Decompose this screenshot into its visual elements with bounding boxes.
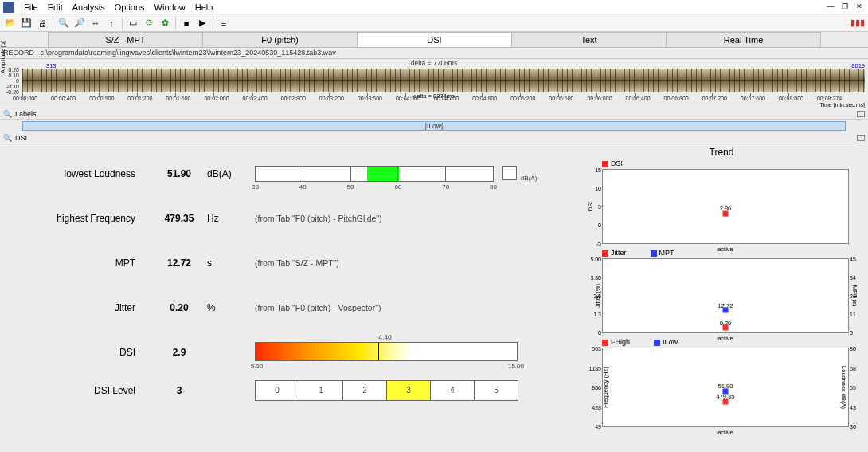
- loudness-unit: dB(A): [521, 175, 537, 182]
- zoom-in-button[interactable]: 🔍: [57, 16, 71, 30]
- x-axis-label: active: [603, 246, 848, 253]
- separator-icon: [175, 17, 176, 29]
- magnifier-icon[interactable]: 🔍: [3, 134, 12, 142]
- y-axis-label-left: DSI: [587, 202, 594, 212]
- x-axis-label: active: [603, 429, 848, 436]
- zoom-vert-button[interactable]: ↕: [104, 16, 119, 30]
- time-tick-label: 00:04:000: [396, 96, 420, 101]
- waveform-panel: Amplitude [q] 0.20 0.10 0 -0.10 -0.20 31…: [0, 67, 868, 108]
- parameter-pane: lowest Loudness 51.90 dB(A) 30 40 50 60 …: [0, 143, 581, 452]
- level-box-4[interactable]: 4: [430, 380, 475, 401]
- list-button[interactable]: ≡: [217, 16, 231, 30]
- tick: 60: [394, 183, 401, 191]
- tab-realtime[interactable]: Real Time: [666, 32, 821, 47]
- menu-help[interactable]: Help: [190, 2, 218, 13]
- section-header-dsi: 🔍 DSI: [0, 132, 868, 143]
- zoom-out-button[interactable]: 🔎: [72, 16, 87, 30]
- gear-button[interactable]: ✿: [158, 16, 172, 30]
- y-tick-right: 30: [850, 424, 856, 430]
- param-note: (from Tab "F0 (pitch) - Vospector"): [255, 303, 573, 312]
- dsi-marker-label: 4.40: [378, 333, 392, 341]
- label-segment-ilow[interactable]: |ILow|: [22, 121, 846, 131]
- tabs: S/Z - MPT F0 (pitch) DSI Text Real Time: [0, 32, 868, 48]
- y-tick-left: 0: [598, 222, 601, 228]
- stop-button[interactable]: ■: [179, 16, 194, 30]
- y-tick-left: 428: [592, 404, 601, 410]
- param-unit: dB(A): [207, 168, 255, 179]
- y-tick-left: 563: [592, 346, 601, 352]
- param-value: 0.20: [151, 302, 207, 313]
- legend-swatch-icon: [602, 161, 608, 167]
- y-tick-left: 1.3: [593, 312, 601, 317]
- refresh-button[interactable]: ⟳: [142, 16, 156, 30]
- section-header-labels: 🔍 Labels: [0, 108, 868, 120]
- loudness-bar: [255, 166, 494, 182]
- menu-options[interactable]: Options: [110, 2, 150, 13]
- tab-dsi[interactable]: DSI: [357, 32, 512, 47]
- open-button[interactable]: 📂: [3, 16, 18, 30]
- tab-f0-pitch[interactable]: F0 (pitch): [202, 32, 358, 47]
- time-tick-label: 00:06:000: [587, 96, 612, 101]
- level-box-5[interactable]: 5: [474, 380, 518, 401]
- menubar: File Edit Analysis Options Window Help —…: [0, 0, 868, 14]
- y-tick: -0.10: [6, 84, 19, 89]
- row-lowest-loudness: lowest Loudness 51.90 dB(A) 30 40 50 60 …: [32, 151, 573, 196]
- param-label: lowest Loudness: [32, 168, 151, 179]
- y-tick-right: 0: [850, 330, 853, 336]
- time-tick-label: 00:05:200: [510, 96, 535, 101]
- time-tick-label: 00:00:900: [89, 96, 114, 101]
- expand-icon[interactable]: [857, 111, 865, 117]
- bars-icon[interactable]: ▮▮▮: [850, 16, 865, 30]
- y-tick-left: 10: [595, 186, 601, 191]
- play-button[interactable]: ▶: [195, 16, 209, 30]
- loudness-ticks: 30 40 50 60 70 80: [252, 183, 497, 191]
- level-box-1[interactable]: 1: [299, 380, 343, 401]
- magnifier-icon[interactable]: 🔍: [3, 110, 12, 118]
- expand-icon[interactable]: [857, 135, 865, 141]
- trend-pane: Trend DSIDSIactive151050-52.86JitterMPTJ…: [581, 143, 868, 452]
- time-tick-label: 00:07:600: [741, 96, 765, 101]
- menu-file[interactable]: File: [19, 2, 43, 13]
- y-tick-right: 55: [850, 385, 856, 391]
- tab-sz-mpt[interactable]: S/Z - MPT: [48, 32, 203, 47]
- record-path: RECORD : c:\programdata\roaming\lingwave…: [0, 48, 868, 59]
- level-box-2[interactable]: 2: [342, 380, 387, 401]
- y-tick-right: 68: [850, 365, 856, 371]
- menu-edit[interactable]: Edit: [43, 2, 68, 13]
- chart-plot: Jitter (%)MPT (s)active5.003.802.51.3045…: [602, 258, 849, 333]
- time-tick-label: 00:01:200: [127, 96, 152, 101]
- menu-window[interactable]: Window: [150, 2, 190, 13]
- data-point: [723, 399, 729, 404]
- tab-text[interactable]: Text: [511, 32, 667, 47]
- select-button[interactable]: ▭: [126, 16, 140, 30]
- save-button[interactable]: 💾: [19, 16, 33, 30]
- y-tick-right: 11: [850, 312, 856, 317]
- level-box-0[interactable]: 0: [255, 380, 299, 401]
- y-tick-left: 1185: [588, 365, 601, 371]
- trend-chart: FHighILowFrequency (Hz)Loudness dB(A)act…: [581, 338, 862, 427]
- y-tick-left: -5: [596, 241, 601, 246]
- param-label: DSI Level: [32, 385, 151, 396]
- time-tick-label: 00:04:800: [472, 96, 497, 101]
- y-tick-right: 80: [850, 346, 856, 352]
- dsi-level-boxes: 0 1 2 3 4 5: [255, 380, 518, 401]
- print-button[interactable]: 🖨: [35, 16, 49, 30]
- zoom-horiz-button[interactable]: ↔: [88, 16, 103, 30]
- time-tick-label: 00:08:000: [779, 96, 803, 101]
- time-tick-label: 00:06:800: [664, 96, 689, 101]
- app-icon: [3, 2, 14, 13]
- menu-analysis[interactable]: Analysis: [68, 2, 110, 13]
- y-tick-left: 5.00: [590, 257, 601, 262]
- time-unit-label: Time [min:sec:ms]: [819, 102, 865, 108]
- time-tick-label: 00:02:400: [243, 96, 268, 101]
- waveform-track[interactable]: 313 8019: [22, 69, 865, 92]
- close-icon[interactable]: ✕: [854, 1, 865, 12]
- param-unit: %: [207, 302, 255, 313]
- y-tick-left: 806: [592, 385, 601, 391]
- minimize-icon[interactable]: —: [825, 1, 836, 12]
- restore-icon[interactable]: ❐: [839, 1, 850, 12]
- dsi-bar-wrap: 4.40 -5.00 15.00: [255, 342, 573, 363]
- row-jitter: Jitter 0.20 % (from Tab "F0 (pitch) - Vo…: [32, 285, 573, 330]
- time-axis: 00:00:00000:00:40000:00:90000:01:20000:0…: [22, 93, 865, 108]
- level-box-3[interactable]: 3: [386, 380, 431, 401]
